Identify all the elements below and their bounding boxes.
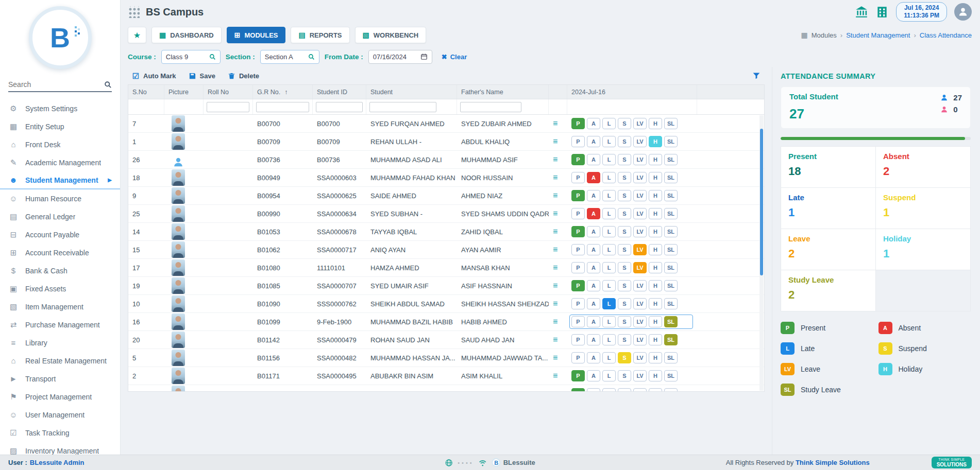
attendance-option-P[interactable]: P [571, 154, 585, 165]
attendance-option-P[interactable]: P [571, 244, 585, 255]
col-header-roll[interactable]: Roll No [204, 85, 253, 99]
table-row[interactable]: 2 B01171 SSA0000495 ABUBAKR BIN ASIM ASI… [128, 367, 764, 385]
attendance-option-LV[interactable]: LV [633, 154, 647, 165]
attendance-option-L[interactable]: L [602, 154, 616, 165]
row-menu-button[interactable]: ≡ [553, 299, 557, 308]
sidebar-item-general-ledger[interactable]: ▤ General Ledger ▶ [0, 207, 120, 225]
attendance-option-LV[interactable]: LV [633, 316, 647, 327]
attendance-option-S[interactable]: S [618, 190, 631, 201]
table-row[interactable]: 16 B01099 9-Feb-1900 MUHAMMAD BAZIL HABI… [128, 313, 764, 331]
course-picker[interactable] [161, 50, 221, 64]
attendance-option-A[interactable]: A [587, 244, 600, 255]
attendance-option-S[interactable]: S [618, 352, 631, 363]
attendance-option-LV[interactable]: LV [633, 262, 647, 273]
attendance-option-P[interactable]: P [571, 388, 585, 391]
col-header-gr[interactable]: G.R No. ↑ [253, 85, 313, 99]
col-header-student-id[interactable]: Student ID [313, 85, 366, 99]
row-menu-button[interactable]: ≡ [553, 191, 557, 200]
sidebar-item-purchase-management[interactable]: ⇄ Purchase Management ▶ [0, 316, 120, 334]
gr-filter-input[interactable] [256, 102, 309, 112]
attendance-option-A[interactable]: A [587, 136, 600, 147]
breadcrumb-class-attendance[interactable]: Class Attendance [920, 31, 972, 39]
auto-mark-button[interactable]: ☑ Auto Mark [132, 72, 176, 80]
row-menu-button[interactable]: ≡ [553, 173, 557, 182]
row-menu-button[interactable]: ≡ [553, 371, 557, 380]
attendance-option-S[interactable]: S [618, 388, 631, 391]
attendance-option-L[interactable]: L [602, 172, 616, 183]
search-icon[interactable] [104, 81, 112, 89]
col-header-student[interactable]: Student [366, 85, 457, 99]
attendance-option-SL[interactable]: SL [664, 172, 678, 183]
attendance-option-S[interactable]: S [618, 370, 631, 381]
sidebar-item-transport[interactable]: ► Transport ▶ [0, 370, 120, 388]
attendance-option-P[interactable]: P [571, 136, 585, 147]
attendance-option-P[interactable]: P [571, 262, 585, 273]
col-header-date[interactable]: 2024-Jul-16 [567, 85, 697, 99]
sidebar-item-system-settings[interactable]: ⚙ System Settings ▶ [0, 99, 120, 117]
attendance-option-LV[interactable]: LV [633, 190, 647, 201]
table-row[interactable]: 10 B01090 SSS0000762 SHEIKH ABDUL SAMAD … [128, 295, 764, 313]
attendance-option-A[interactable]: A [587, 334, 600, 345]
attendance-option-P[interactable]: P [571, 352, 585, 363]
attendance-option-S[interactable]: S [618, 280, 631, 291]
attendance-option-LV[interactable]: LV [633, 388, 647, 391]
sidebar-item-task-tracking[interactable]: ☑ Task Tracking ▶ [0, 424, 120, 442]
student-filter-input[interactable] [369, 102, 436, 112]
table-row[interactable]: 19 B01085 SSA0000707 SYED UMAIR ASIF ASI… [128, 277, 764, 295]
sidebar-item-human-resource[interactable]: ☺ Human Resource ▶ [0, 189, 120, 207]
roll-filter-input[interactable] [207, 102, 249, 112]
attendance-option-A[interactable]: A [587, 118, 600, 129]
attendance-option-H[interactable]: H [649, 118, 662, 129]
row-menu-button[interactable]: ≡ [553, 335, 557, 344]
attendance-option-S[interactable]: S [618, 154, 631, 165]
attendance-option-S[interactable]: S [618, 244, 631, 255]
attendance-option-S[interactable]: S [618, 172, 631, 183]
attendance-option-H[interactable]: H [649, 208, 662, 219]
attendance-option-SL[interactable]: SL [664, 352, 678, 363]
attendance-option-S[interactable]: S [618, 208, 631, 219]
sidebar-item-fixed-assets[interactable]: ▣ Fixed Assets ▶ [0, 280, 120, 298]
row-menu-button[interactable]: ≡ [553, 281, 557, 290]
sidebar-item-project-management[interactable]: ⚑ Project Management ▶ [0, 388, 120, 406]
row-menu-button[interactable]: ≡ [553, 119, 557, 128]
attendance-option-P[interactable]: P [571, 118, 585, 129]
datetime-badge[interactable]: Jul 16, 2024 11:13:36 PM [896, 2, 947, 22]
attendance-option-P[interactable]: P [571, 226, 585, 237]
attendance-option-LV[interactable]: LV [633, 172, 647, 183]
attendance-option-S[interactable]: S [618, 136, 631, 147]
row-menu-button[interactable]: ≡ [553, 317, 557, 326]
col-header-father[interactable]: Father's Name [457, 85, 549, 99]
attendance-option-SL[interactable]: SL [664, 154, 678, 165]
attendance-option-S[interactable]: S [618, 226, 631, 237]
attendance-option-S[interactable]: S [618, 262, 631, 273]
attendance-option-SL[interactable]: SL [664, 244, 678, 255]
attendance-option-A[interactable]: A [587, 280, 600, 291]
attendance-option-L[interactable]: L [602, 352, 616, 363]
attendance-option-S[interactable]: S [618, 316, 631, 327]
table-row[interactable]: 17 B01080 11110101 HAMZA AHMED MANSAB KH… [128, 259, 764, 277]
table-row[interactable]: ≡ PALSLVHSL [128, 385, 764, 391]
attendance-option-L[interactable]: L [602, 334, 616, 345]
rights-company-link[interactable]: Think Simple Solutions [796, 459, 870, 466]
attendance-option-H[interactable]: H [649, 244, 662, 255]
attendance-option-SL[interactable]: SL [664, 388, 678, 391]
clear-filters-button[interactable]: ✖ Clear [442, 53, 467, 61]
sidebar-item-entity-setup[interactable]: ▦ Entity Setup ▶ [0, 117, 120, 135]
attendance-option-L[interactable]: L [602, 370, 616, 381]
section-input[interactable] [265, 53, 305, 61]
attendance-option-LV[interactable]: LV [633, 118, 647, 129]
tab-workbench[interactable]: ▧ WORKBENCH [355, 27, 427, 43]
breadcrumb-student-management[interactable]: Student Management [846, 31, 910, 39]
attendance-option-H[interactable]: H [649, 172, 662, 183]
attendance-option-LV[interactable]: LV [633, 136, 647, 147]
sidebar-item-real-estate-management[interactable]: ⌂ Real Estate Management ▶ [0, 352, 120, 370]
table-row[interactable]: 5 B01156 SSA0000482 MUHAMMAD HASSAN JA..… [128, 349, 764, 367]
attendance-option-LV[interactable]: LV [633, 280, 647, 291]
user-avatar[interactable] [954, 3, 972, 21]
attendance-option-H[interactable]: H [649, 370, 662, 381]
attendance-option-A[interactable]: A [587, 370, 600, 381]
attendance-option-SL[interactable]: SL [664, 298, 678, 309]
table-scrollbar-thumb[interactable] [760, 129, 763, 275]
attendance-option-L[interactable]: L [602, 316, 616, 327]
from-date-picker[interactable] [368, 50, 432, 64]
